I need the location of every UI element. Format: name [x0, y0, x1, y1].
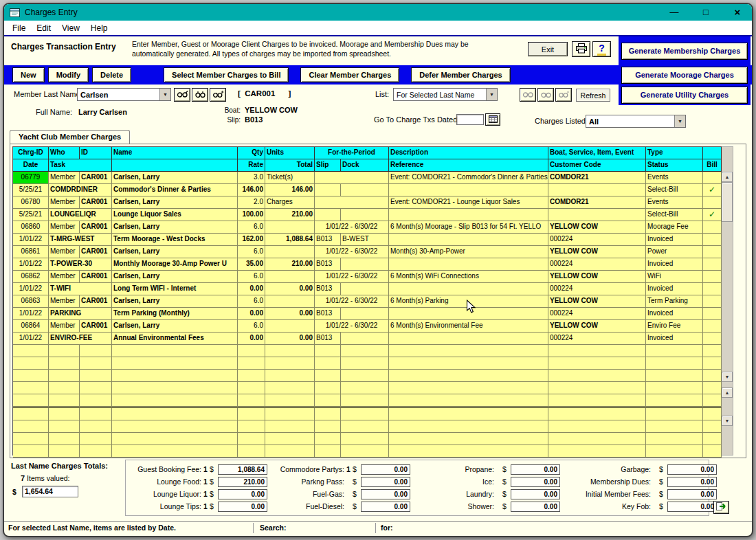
charge-row-line1[interactable]: 06861 Member CAR001 Carlsen, Larry 6.0 1…: [13, 246, 722, 258]
scroll-down-icon[interactable]: ▼: [722, 416, 733, 426]
scroll-down-icon[interactable]: ▼: [722, 372, 733, 382]
cell-customer-code: 000224: [548, 333, 646, 345]
refresh-button[interactable]: Refresh: [576, 89, 610, 102]
charge-row-line1[interactable]: 06862 Member CAR001 Carlsen, Larry 6.0 1…: [13, 271, 722, 283]
menu-edit[interactable]: Edit: [31, 22, 56, 34]
exit-button[interactable]: Exit: [528, 42, 568, 56]
find-glasses-button[interactable]: [174, 88, 190, 102]
cell-status: Invoiced: [646, 333, 703, 345]
cell-customer-code: 000224: [548, 283, 646, 295]
total-label: Fuel-Diesel:: [269, 502, 344, 510]
cell-customer-code: [548, 209, 646, 221]
select-member-charges-to-bill-button[interactable]: Select Member Charges to Bill: [164, 67, 289, 82]
cell-description: Event: COMDOR21 - Lounge Liquor Sales: [389, 196, 548, 209]
maximize-button[interactable]: □: [698, 5, 713, 20]
charge-row-line1[interactable]: 06860 Member CAR001 Carlsen, Larry 6.0 1…: [13, 221, 722, 234]
binoculars-icon: [194, 90, 206, 100]
charges-listed-select[interactable]: All ▼: [586, 115, 686, 128]
empty-cell: [80, 420, 112, 433]
cell-description: 6 Month(s) Environmental Fee: [389, 320, 548, 333]
cell-bill: [703, 246, 722, 258]
col-total: Total: [265, 159, 315, 172]
cell-total: 146.00: [265, 184, 315, 196]
generate-moorage-charges-button[interactable]: Generate Moorage Charges: [621, 67, 748, 84]
minimize-button[interactable]: —: [667, 5, 682, 20]
cell-description: Month(s) 30-Amp-Power: [389, 246, 548, 258]
cell-reference: [389, 308, 548, 320]
menu-help[interactable]: Help: [85, 22, 113, 34]
goto-date-input[interactable]: [456, 114, 484, 125]
empty-cell: [703, 394, 722, 407]
menu-file[interactable]: File: [7, 22, 31, 34]
charges-entry-window: Charges Entry — □ × File Edit View Help …: [3, 3, 753, 537]
modify-button[interactable]: Modify: [48, 67, 89, 82]
menu-bar: File Edit View Help: [4, 21, 752, 36]
menu-view[interactable]: View: [56, 22, 85, 34]
total-label: Lounge Tips:: [130, 502, 201, 510]
help-icon: ?: [597, 43, 606, 56]
total-value-box: 0.00: [361, 464, 410, 475]
export-button[interactable]: [713, 501, 729, 514]
clear-member-charges-button[interactable]: Clear Member Charges: [300, 67, 399, 82]
cell-chrg-id: 06863: [13, 295, 49, 308]
empty-cell: [703, 357, 722, 370]
find-next-disabled-button[interactable]: [555, 88, 572, 102]
empty-cell: [548, 408, 646, 420]
col-blank: [703, 147, 722, 159]
cell-description: Event: COMDOR21 - Commodor's Dinner & Pa…: [389, 172, 548, 184]
find-glasses-disabled-button[interactable]: [520, 88, 536, 102]
charge-row-line2[interactable]: 1/01/22 T-POWER-30 Monthly Moorage 30-Am…: [13, 258, 722, 271]
help-button[interactable]: ?: [592, 41, 611, 57]
member-search-row: Member Last Name: Carlsen ▼ [ CAR001 ] L…: [4, 85, 752, 105]
currency-symbol: $: [502, 490, 511, 498]
tab-yacht-club-member-charges[interactable]: Yacht Club Member Charges: [10, 130, 130, 144]
cell-dock: [341, 308, 389, 320]
list-select[interactable]: For Selected Last Name ▼: [393, 88, 498, 101]
slip-value: B013: [245, 115, 263, 124]
scrollbar-track-2[interactable]: [722, 398, 733, 416]
charge-row-line1[interactable]: 06863 Member CAR001 Carlsen, Larry 6.0 1…: [13, 295, 722, 308]
scroll-up-icon[interactable]: ▲: [722, 172, 733, 182]
totals-row: Guest Booking Fee:1$1,088.64: [130, 463, 267, 475]
find-binoculars-disabled-button[interactable]: [537, 88, 554, 102]
charge-row-line2[interactable]: 1/01/22 ENVIRO-FEE Annual Environmental …: [13, 333, 722, 345]
charge-row-line2[interactable]: 5/25/21 LOUNGELIQR Lounge Liquor Sales 1…: [13, 209, 722, 221]
charge-row-line1[interactable]: 06864 Member CAR001 Carlsen, Larry 6.0 1…: [13, 320, 722, 333]
empty-cell: [548, 370, 646, 382]
delete-button[interactable]: Delete: [92, 67, 131, 82]
total-value-box: 1,088.64: [218, 464, 267, 475]
close-button[interactable]: ×: [730, 5, 745, 20]
col-boat-service-item-event: Boat, Service, Item, Event: [548, 147, 646, 159]
empty-cell: [238, 345, 265, 357]
charge-row-line1[interactable]: 06780 Member CAR001 Carlsen, Larry 2.0 C…: [13, 196, 722, 209]
scrollbar-track[interactable]: [722, 182, 733, 372]
cell-date: 5/25/21: [13, 209, 49, 221]
cell-bill: [703, 221, 722, 234]
generate-utility-charges-button[interactable]: Generate Utility Charges: [621, 87, 748, 104]
charge-row-line2[interactable]: 5/25/21 COMDRDINER Commodor's Dinner & P…: [13, 184, 722, 196]
toolbar: New Modify Delete Select Member Charges …: [4, 65, 752, 85]
cell-type: Term Parking: [646, 295, 703, 308]
defer-member-charges-button[interactable]: Defer Member Charges: [411, 67, 510, 82]
charge-row-line2[interactable]: 1/01/22 T-WIFI Long Term WIFI - Internet…: [13, 283, 722, 295]
totals-row: Parkng Pass:$0.00: [269, 475, 410, 488]
cell-name: Carlsen, Larry: [112, 172, 238, 184]
charge-row-line1[interactable]: 06779 Member CAR001 Carlsen, Larry 3.0 T…: [13, 172, 722, 184]
calendar-button[interactable]: [485, 113, 500, 126]
generate-membership-charges-button[interactable]: Generate Membership Charges: [621, 43, 748, 60]
scroll-up-icon[interactable]: ▲: [722, 387, 733, 398]
find-binoculars-button[interactable]: [192, 88, 208, 102]
scrollbar-thumb[interactable]: [722, 182, 733, 222]
find-next-button[interactable]: [210, 88, 226, 102]
currency-symbol: $: [502, 502, 511, 510]
cell-task-name: Term Parking (Monthly): [112, 308, 238, 320]
eyeglasses-icon: [522, 90, 534, 100]
charge-row-line2[interactable]: 1/01/22 T-MRG-WEST Term Moorage - West D…: [13, 234, 722, 246]
cell-qty: 6.0: [238, 320, 265, 333]
member-last-name-select[interactable]: Carlsen ▼: [77, 88, 171, 101]
new-button[interactable]: New: [12, 67, 45, 82]
cell-dock: [341, 333, 389, 345]
cell-task: ENVIRO-FEE: [49, 333, 112, 345]
charge-row-line2[interactable]: 1/01/22 PARKING Term Parking (Monthly) 0…: [13, 308, 722, 320]
print-button[interactable]: [572, 41, 590, 57]
